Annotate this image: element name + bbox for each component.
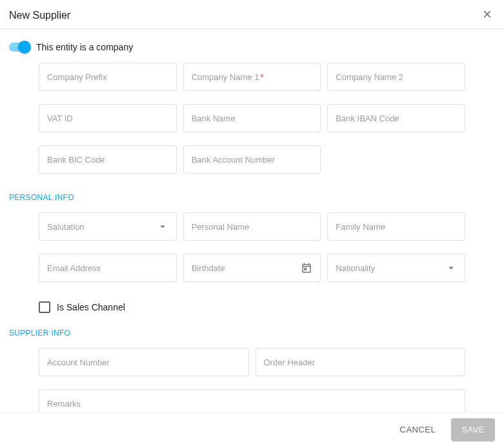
new-supplier-dialog: New Supplier This entity is a company Co… (0, 0, 504, 446)
bank-iban-field[interactable] (327, 104, 465, 132)
order-header-input[interactable] (264, 358, 458, 367)
dialog-content[interactable]: This entity is a company Company Name 1* (0, 29, 504, 412)
account-number-field[interactable] (39, 348, 249, 376)
company-toggle[interactable] (9, 43, 30, 52)
bank-bic-input[interactable] (47, 155, 168, 165)
account-number-input[interactable] (47, 358, 241, 367)
birthdate-field[interactable]: Birthdate (183, 254, 321, 282)
nationality-label: Nationality (336, 263, 445, 273)
dropdown-icon (445, 262, 457, 274)
bank-name-field[interactable] (183, 104, 321, 132)
vat-id-input[interactable] (47, 114, 168, 123)
remarks-input[interactable] (47, 399, 457, 409)
supplier-fields-row2 (9, 389, 495, 412)
birthdate-label: Birthdate (192, 263, 301, 273)
personal-info-heading: PERSONAL INFO (9, 193, 495, 202)
email-field[interactable] (39, 254, 177, 282)
email-input[interactable] (47, 263, 168, 273)
company-name2-field[interactable] (327, 63, 465, 91)
calendar-icon[interactable] (301, 262, 312, 274)
sales-channel-label: Is Sales Channel (57, 302, 125, 312)
supplier-fields-row1 (9, 348, 495, 376)
cancel-button[interactable]: CANCEL (390, 418, 447, 441)
supplier-info-heading: SUPPLIER INFO (9, 329, 495, 338)
bank-iban-input[interactable] (336, 114, 457, 123)
close-button[interactable] (479, 8, 495, 23)
close-icon (481, 8, 493, 23)
sales-channel-checkbox[interactable] (39, 301, 50, 313)
salutation-select[interactable]: Salutation (39, 212, 177, 241)
dialog-header: New Supplier (0, 0, 504, 29)
company-toggle-row: This entity is a company (9, 42, 495, 52)
personal-fields: Salutation Birthdate National (9, 212, 495, 282)
family-name-field[interactable] (327, 212, 465, 241)
company-name2-input[interactable] (336, 72, 457, 82)
personal-name-input[interactable] (192, 222, 313, 232)
company-fields: Company Name 1* (9, 63, 495, 174)
family-name-input[interactable] (336, 222, 457, 232)
company-name1-field[interactable]: Company Name 1* (183, 63, 321, 91)
dialog-footer: CANCEL SAVE (0, 412, 504, 446)
company-name1-label: Company Name 1 (192, 72, 259, 82)
bank-name-input[interactable] (192, 114, 313, 123)
company-prefix-field[interactable] (39, 63, 177, 91)
save-button[interactable]: SAVE (451, 418, 495, 441)
sales-channel-row: Is Sales Channel (9, 301, 495, 313)
required-mark: * (260, 72, 263, 82)
dropdown-icon (157, 221, 168, 232)
company-prefix-input[interactable] (47, 72, 168, 82)
remarks-field[interactable] (39, 389, 465, 412)
order-header-field[interactable] (256, 348, 466, 376)
salutation-label: Salutation (47, 222, 157, 232)
toggle-knob (18, 41, 31, 54)
bank-account-number-field[interactable] (183, 145, 321, 174)
personal-name-field[interactable] (183, 212, 321, 241)
nationality-select[interactable]: Nationality (327, 254, 465, 282)
bank-account-number-input[interactable] (192, 155, 313, 165)
vat-id-field[interactable] (39, 104, 177, 132)
company-toggle-label: This entity is a company (36, 42, 133, 52)
dialog-title: New Supplier (9, 10, 70, 21)
bank-bic-field[interactable] (39, 145, 177, 174)
